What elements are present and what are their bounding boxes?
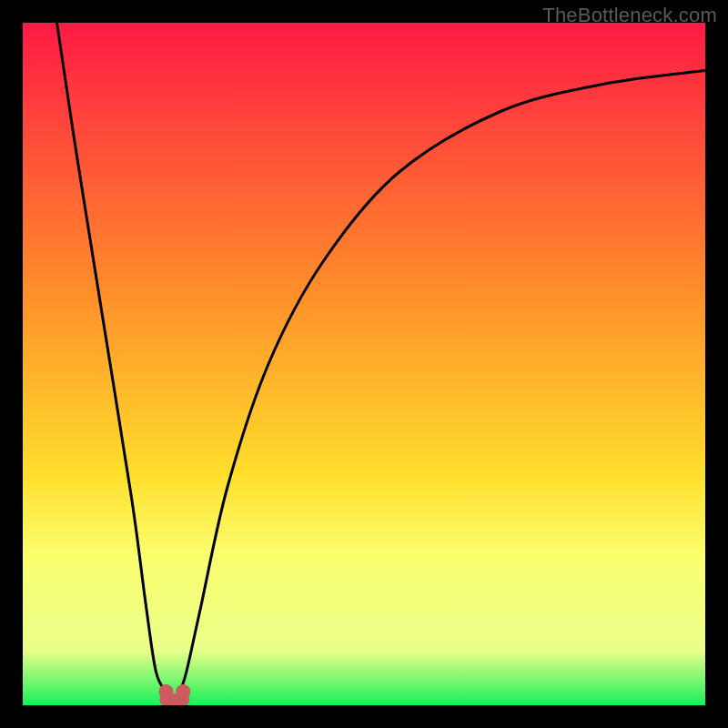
chart-container: TheBottleneck.com [0, 0, 728, 728]
plot-area [23, 23, 705, 705]
min-range-right [176, 684, 190, 699]
bottleneck-chart [23, 23, 705, 705]
watermark-text: TheBottleneck.com [542, 4, 717, 27]
plot-background [23, 23, 705, 705]
min-range-left [159, 684, 174, 699]
